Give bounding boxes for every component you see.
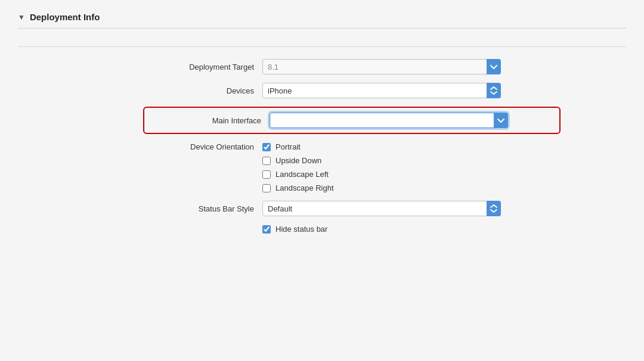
- deployment-target-select-wrapper: 8.1 7.0 7.1 8.0 8.2: [262, 59, 501, 74]
- orientation-portrait-item[interactable]: Portrait: [262, 142, 334, 151]
- status-bar-style-select[interactable]: Default Light Content: [262, 201, 501, 216]
- orientation-checkboxes: Portrait Upside Down Landscape Left Land…: [262, 142, 334, 192]
- orientation-landscaperight-item[interactable]: Landscape Right: [262, 183, 334, 192]
- portrait-label: Portrait: [275, 142, 301, 151]
- devices-select[interactable]: iPhone iPad Universal: [262, 83, 501, 98]
- upsidedown-checkbox[interactable]: [262, 157, 271, 165]
- devices-row: Devices iPhone iPad Universal: [143, 83, 561, 98]
- hide-status-bar-row: Hide status bar: [143, 225, 561, 234]
- deployment-target-select[interactable]: 8.1 7.0 7.1 8.0 8.2: [262, 59, 501, 74]
- section-title: Deployment Info: [30, 12, 100, 22]
- hide-status-bar-item[interactable]: Hide status bar: [262, 225, 501, 234]
- collapse-triangle-icon[interactable]: ▼: [18, 13, 25, 21]
- orientation-landscapeleft-item[interactable]: Landscape Left: [262, 170, 334, 179]
- hide-status-bar-control: Hide status bar: [262, 225, 501, 234]
- status-bar-style-control: Default Light Content: [262, 201, 501, 216]
- status-bar-style-row: Status Bar Style Default Light Content: [143, 201, 561, 216]
- deployment-target-row: Deployment Target 8.1 7.0 7.1 8.0 8.2: [143, 59, 561, 74]
- section-divider: [18, 46, 626, 47]
- upsidedown-label: Upside Down: [275, 156, 321, 165]
- devices-label: Devices: [143, 86, 262, 95]
- main-interface-input-wrapper: [270, 113, 508, 128]
- devices-select-wrapper: iPhone iPad Universal: [262, 83, 501, 98]
- landscaperight-label: Landscape Right: [275, 183, 334, 192]
- deployment-target-control: 8.1 7.0 7.1 8.0 8.2: [262, 59, 501, 74]
- landscapeleft-checkbox[interactable]: [262, 170, 271, 179]
- main-interface-input[interactable]: [270, 113, 508, 128]
- status-bar-style-select-wrapper: Default Light Content: [262, 201, 501, 216]
- deployment-target-label: Deployment Target: [143, 63, 262, 71]
- device-orientation-row: Device Orientation Portrait Upside Down …: [143, 142, 561, 192]
- portrait-checkbox[interactable]: [262, 143, 271, 151]
- landscaperight-checkbox[interactable]: [262, 184, 271, 192]
- hide-status-bar-label: Hide status bar: [275, 225, 327, 234]
- main-interface-label: Main Interface: [150, 116, 270, 125]
- devices-control: iPhone iPad Universal: [262, 83, 501, 98]
- hide-status-bar-checkbox[interactable]: [262, 225, 271, 234]
- deployment-info-form: Deployment Target 8.1 7.0 7.1 8.0 8.2 De…: [83, 59, 561, 242]
- section-header: ▼ Deployment Info: [18, 12, 626, 29]
- main-interface-row: Main Interface: [143, 107, 561, 134]
- device-orientation-label: Device Orientation: [143, 142, 262, 151]
- landscapeleft-label: Landscape Left: [275, 170, 329, 179]
- orientation-upsidedown-item[interactable]: Upside Down: [262, 156, 334, 165]
- main-interface-control: [270, 113, 508, 128]
- status-bar-style-label: Status Bar Style: [143, 204, 262, 213]
